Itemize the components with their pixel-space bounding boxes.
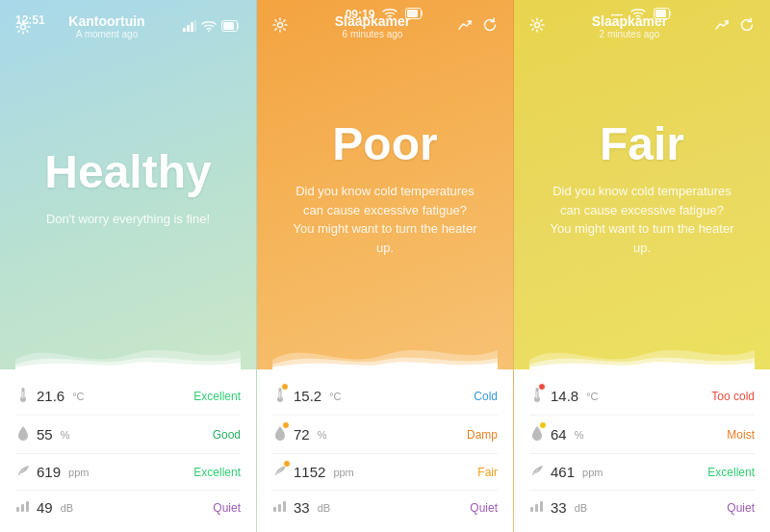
svg-rect-34 — [530, 507, 533, 512]
svg-rect-12 — [16, 507, 19, 512]
quality-label: Poor — [332, 117, 437, 170]
battery-status — [654, 6, 673, 23]
svg-point-29 — [535, 23, 540, 28]
card-2-center: PoorDid you know cold temperatures can c… — [272, 43, 498, 331]
quality-label: Healthy — [44, 145, 211, 198]
stat-row: 461 ppmExcellent — [529, 454, 755, 491]
stat-value: 21.6 — [37, 388, 64, 404]
stat-status: Excellent — [193, 390, 241, 403]
cards-container: 12:51 KantoortuinA moment ago HealthyDon… — [0, 0, 770, 532]
card-3: — Slaapkamer2 minutes ago FairDid you kn… — [514, 0, 770, 532]
stat-row: 55 %Good — [15, 416, 241, 454]
stat-row: 49 dBQuiet — [15, 491, 241, 524]
wave-divider — [529, 331, 755, 369]
quality-description: Did you know cold temperatures can cause… — [292, 182, 478, 257]
stat-value: 49 — [37, 499, 53, 516]
stat-status: Excellent — [193, 466, 241, 479]
svg-rect-10 — [22, 392, 24, 398]
stat-unit: ppm — [582, 467, 603, 478]
stat-status: Excellent — [707, 466, 755, 479]
svg-rect-7 — [223, 22, 234, 30]
svg-point-26 — [637, 17, 639, 19]
signal-icon — [183, 19, 196, 35]
stat-unit: % — [575, 429, 584, 441]
status-time: 12:51 — [15, 13, 45, 27]
stat-unit: °C — [329, 391, 341, 402]
stat-row: 14.8 °CToo cold — [529, 377, 755, 416]
svg-rect-25 — [283, 501, 286, 512]
stat-row: 33 dBQuiet — [272, 491, 498, 524]
drop-stat-icon — [15, 424, 31, 444]
svg-point-5 — [208, 30, 210, 32]
svg-rect-28 — [655, 10, 666, 17]
wifi-icon — [201, 19, 217, 35]
drop-stat-icon — [272, 424, 288, 444]
stat-status: Good — [213, 428, 241, 442]
room-name: Kantoortuin — [68, 13, 144, 29]
leaf-stat-icon — [15, 463, 31, 481]
stat-status: Moist — [727, 428, 755, 442]
stat-status: Quiet — [470, 501, 498, 515]
svg-rect-35 — [535, 504, 538, 512]
stat-status: Cold — [474, 390, 498, 403]
stat-unit: °C — [72, 391, 84, 402]
stat-row: 1152 ppmFair — [272, 454, 498, 491]
thermometer-stat-icon — [529, 386, 545, 406]
card-1-center: HealthyDon't worry everything is fine! — [15, 43, 241, 331]
stat-unit: dB — [61, 502, 73, 514]
stat-row: 72 %Damp — [272, 416, 498, 454]
card-3-stats: 14.8 °CToo cold 64 %Moist 461 ppmExcelle… — [514, 369, 770, 532]
bars-stat-icon — [529, 499, 545, 516]
svg-rect-1 — [183, 28, 186, 32]
stat-value: 619 — [37, 464, 61, 480]
stat-badge — [274, 386, 286, 403]
stat-value: 72 — [294, 426, 310, 443]
stat-value: 64 — [551, 426, 567, 443]
room-subtitle: 6 minutes ago — [343, 29, 403, 39]
svg-rect-4 — [194, 20, 196, 32]
svg-rect-2 — [187, 25, 190, 32]
card-3-center: FairDid you know cold temperatures can c… — [529, 43, 755, 331]
card-1-header: KantoortuinA moment ago — [15, 13, 241, 39]
quality-label: Fair — [600, 117, 684, 170]
stat-status: Fair — [477, 466, 498, 479]
card-2: 09:19 Slaapkamer6 minutes ago PoorDid yo… — [257, 0, 514, 532]
battery-icon — [221, 19, 241, 35]
quality-description: Don't worry everything is fine! — [46, 210, 210, 229]
stat-badge — [531, 386, 543, 403]
leaf-stat-icon — [529, 463, 545, 481]
stat-unit: ppm — [333, 467, 353, 478]
stat-unit: dB — [318, 502, 330, 514]
badge-dot — [539, 421, 547, 429]
stat-value: 1152 — [294, 464, 325, 480]
stat-row: 64 %Moist — [529, 416, 755, 454]
svg-rect-17 — [407, 10, 418, 17]
stat-value: 55 — [37, 426, 53, 443]
svg-rect-36 — [540, 501, 543, 512]
card-2-stats: 15.2 °CCold 72 %Damp 1152 ppmFair 33 dBQ… — [257, 369, 513, 532]
stat-value: 14.8 — [551, 388, 578, 404]
quality-description: Did you know cold temperatures can cause… — [549, 182, 735, 257]
stat-status: Quiet — [213, 501, 241, 515]
stat-value: 461 — [551, 464, 575, 480]
stat-unit: ppm — [68, 467, 89, 478]
battery-status — [405, 6, 424, 23]
wave-divider — [15, 331, 241, 369]
stat-value: 15.2 — [294, 388, 321, 404]
badge-dot — [282, 421, 290, 429]
stat-row: 619 ppmExcellent — [15, 454, 241, 491]
stat-row: 33 dBQuiet — [529, 491, 755, 524]
stat-row: 15.2 °CCold — [272, 377, 498, 416]
svg-rect-14 — [26, 501, 29, 512]
stat-row: 21.6 °CExcellent — [15, 377, 241, 416]
stat-unit: dB — [575, 502, 587, 514]
header-icons — [183, 19, 241, 35]
stat-badge — [272, 463, 288, 478]
svg-rect-32 — [536, 392, 538, 398]
svg-point-15 — [389, 17, 391, 19]
stat-unit: % — [318, 429, 327, 441]
card-1: 12:51 KantoortuinA moment ago HealthyDon… — [0, 0, 257, 532]
svg-rect-13 — [21, 504, 24, 512]
stat-value: 33 — [551, 499, 567, 516]
wifi-status — [382, 6, 398, 23]
